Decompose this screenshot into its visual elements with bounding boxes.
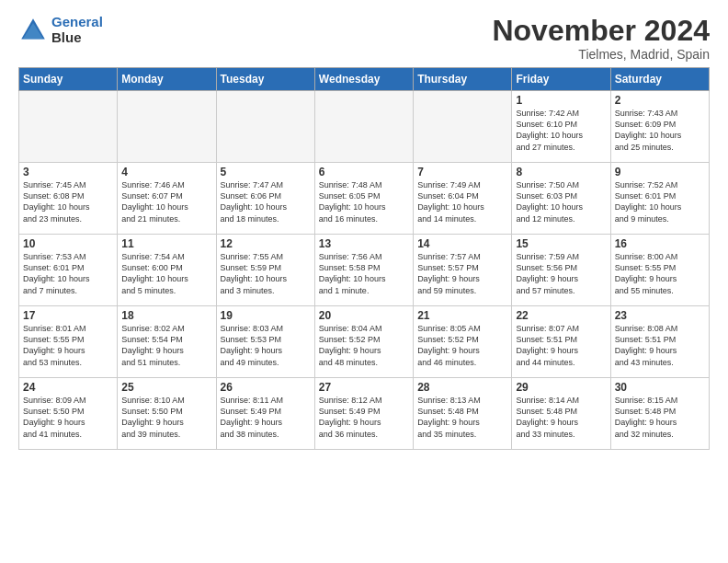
day-number: 17 [23,309,113,322]
day-info: Sunrise: 8:11 AM Sunset: 5:49 PM Dayligh… [221,395,311,440]
day-info: Sunrise: 7:59 AM Sunset: 5:56 PM Dayligh… [516,251,606,296]
day-cell: 2Sunrise: 7:43 AM Sunset: 6:09 PM Daylig… [610,91,709,163]
day-number: 4 [121,166,211,178]
day-number: 28 [417,381,507,394]
day-cell: 14Sunrise: 7:57 AM Sunset: 5:57 PM Dayli… [414,235,512,306]
day-info: Sunrise: 8:07 AM Sunset: 5:51 PM Dayligh… [516,323,606,368]
day-number: 16 [615,237,705,250]
day-cell: 10Sunrise: 7:53 AM Sunset: 6:01 PM Dayli… [19,235,118,306]
col-thursday: Thursday [414,68,512,91]
day-number: 13 [319,237,409,250]
day-cell [314,91,413,163]
day-info: Sunrise: 7:49 AM Sunset: 6:04 PM Dayligh… [417,179,507,224]
day-number: 8 [516,166,606,178]
day-cell: 16Sunrise: 8:00 AM Sunset: 5:55 PM Dayli… [610,235,709,306]
day-number: 30 [615,381,705,394]
day-cell: 30Sunrise: 8:15 AM Sunset: 5:48 PM Dayli… [610,378,709,450]
day-cell: 21Sunrise: 8:05 AM Sunset: 5:52 PM Dayli… [414,306,512,378]
day-info: Sunrise: 8:05 AM Sunset: 5:52 PM Dayligh… [417,323,507,368]
title-block: November 2024 Tielmes, Madrid, Spain [492,15,710,62]
day-info: Sunrise: 7:42 AM Sunset: 6:10 PM Dayligh… [516,108,606,153]
day-info: Sunrise: 7:52 AM Sunset: 6:01 PM Dayligh… [615,179,705,224]
day-info: Sunrise: 8:09 AM Sunset: 5:50 PM Dayligh… [23,395,113,440]
day-number: 12 [221,237,311,250]
day-number: 14 [417,237,507,250]
day-cell: 13Sunrise: 7:56 AM Sunset: 5:58 PM Dayli… [314,235,413,306]
day-info: Sunrise: 8:04 AM Sunset: 5:52 PM Dayligh… [319,323,409,368]
day-cell [19,91,118,163]
logo: General Blue [18,15,103,45]
svg-marker-1 [23,23,43,40]
day-info: Sunrise: 7:48 AM Sunset: 6:05 PM Dayligh… [319,179,409,224]
day-info: Sunrise: 7:55 AM Sunset: 5:59 PM Dayligh… [221,251,311,296]
day-info: Sunrise: 8:15 AM Sunset: 5:48 PM Dayligh… [615,395,705,440]
day-cell: 5Sunrise: 7:47 AM Sunset: 6:06 PM Daylig… [216,163,314,235]
day-number: 6 [319,166,409,178]
day-info: Sunrise: 7:50 AM Sunset: 6:03 PM Dayligh… [516,179,606,224]
day-number: 7 [417,166,507,178]
day-cell: 25Sunrise: 8:10 AM Sunset: 5:50 PM Dayli… [118,378,216,450]
day-cell: 9Sunrise: 7:52 AM Sunset: 6:01 PM Daylig… [610,163,709,235]
day-cell: 1Sunrise: 7:42 AM Sunset: 6:10 PM Daylig… [512,91,610,163]
week-row-2: 10Sunrise: 7:53 AM Sunset: 6:01 PM Dayli… [19,235,710,306]
day-cell: 26Sunrise: 8:11 AM Sunset: 5:49 PM Dayli… [216,378,314,450]
day-info: Sunrise: 8:01 AM Sunset: 5:55 PM Dayligh… [23,323,113,368]
day-number: 26 [221,381,311,394]
page: General Blue November 2024 Tielmes, Madr… [0,0,728,459]
day-info: Sunrise: 8:14 AM Sunset: 5:48 PM Dayligh… [516,395,606,440]
day-info: Sunrise: 8:02 AM Sunset: 5:54 PM Dayligh… [121,323,211,368]
day-info: Sunrise: 7:46 AM Sunset: 6:07 PM Dayligh… [121,179,211,224]
location: Tielmes, Madrid, Spain [492,47,710,62]
day-cell: 28Sunrise: 8:13 AM Sunset: 5:48 PM Dayli… [414,378,512,450]
day-number: 3 [23,166,113,178]
col-sunday: Sunday [19,68,118,91]
week-row-1: 3Sunrise: 7:45 AM Sunset: 6:08 PM Daylig… [19,163,710,235]
day-number: 25 [121,381,211,394]
day-cell [118,91,216,163]
day-info: Sunrise: 8:12 AM Sunset: 5:49 PM Dayligh… [319,395,409,440]
day-cell: 24Sunrise: 8:09 AM Sunset: 5:50 PM Dayli… [19,378,118,450]
day-cell: 8Sunrise: 7:50 AM Sunset: 6:03 PM Daylig… [512,163,610,235]
col-tuesday: Tuesday [216,68,314,91]
day-info: Sunrise: 7:56 AM Sunset: 5:58 PM Dayligh… [319,251,409,296]
day-info: Sunrise: 7:47 AM Sunset: 6:06 PM Dayligh… [221,179,311,224]
day-cell: 29Sunrise: 8:14 AM Sunset: 5:48 PM Dayli… [512,378,610,450]
day-number: 9 [615,166,705,178]
day-info: Sunrise: 7:54 AM Sunset: 6:00 PM Dayligh… [121,251,211,296]
header-row: Sunday Monday Tuesday Wednesday Thursday… [19,68,710,91]
logo-text: General Blue [51,15,103,45]
day-info: Sunrise: 8:10 AM Sunset: 5:50 PM Dayligh… [121,395,211,440]
day-cell: 22Sunrise: 8:07 AM Sunset: 5:51 PM Dayli… [512,306,610,378]
week-row-3: 17Sunrise: 8:01 AM Sunset: 5:55 PM Dayli… [19,306,710,378]
day-number: 1 [516,94,606,107]
day-cell: 23Sunrise: 8:08 AM Sunset: 5:51 PM Dayli… [610,306,709,378]
week-row-0: 1Sunrise: 7:42 AM Sunset: 6:10 PM Daylig… [19,91,710,163]
day-number: 10 [23,237,113,250]
col-saturday: Saturday [610,68,709,91]
month-title: November 2024 [492,15,710,47]
day-cell: 20Sunrise: 8:04 AM Sunset: 5:52 PM Dayli… [314,306,413,378]
day-number: 18 [121,309,211,322]
day-cell: 18Sunrise: 8:02 AM Sunset: 5:54 PM Dayli… [118,306,216,378]
day-number: 22 [516,309,606,322]
day-number: 27 [319,381,409,394]
day-info: Sunrise: 7:45 AM Sunset: 6:08 PM Dayligh… [23,179,113,224]
day-number: 21 [417,309,507,322]
day-info: Sunrise: 8:13 AM Sunset: 5:48 PM Dayligh… [417,395,507,440]
day-info: Sunrise: 8:00 AM Sunset: 5:55 PM Dayligh… [615,251,705,296]
day-cell [414,91,512,163]
day-number: 23 [615,309,705,322]
day-cell [216,91,314,163]
day-number: 5 [221,166,311,178]
col-friday: Friday [512,68,610,91]
day-info: Sunrise: 7:57 AM Sunset: 5:57 PM Dayligh… [417,251,507,296]
day-number: 2 [615,94,705,107]
day-cell: 12Sunrise: 7:55 AM Sunset: 5:59 PM Dayli… [216,235,314,306]
day-cell: 7Sunrise: 7:49 AM Sunset: 6:04 PM Daylig… [414,163,512,235]
day-cell: 19Sunrise: 8:03 AM Sunset: 5:53 PM Dayli… [216,306,314,378]
day-number: 20 [319,309,409,322]
day-number: 29 [516,381,606,394]
day-number: 11 [121,237,211,250]
week-row-4: 24Sunrise: 8:09 AM Sunset: 5:50 PM Dayli… [19,378,710,450]
day-info: Sunrise: 7:43 AM Sunset: 6:09 PM Dayligh… [615,108,705,153]
